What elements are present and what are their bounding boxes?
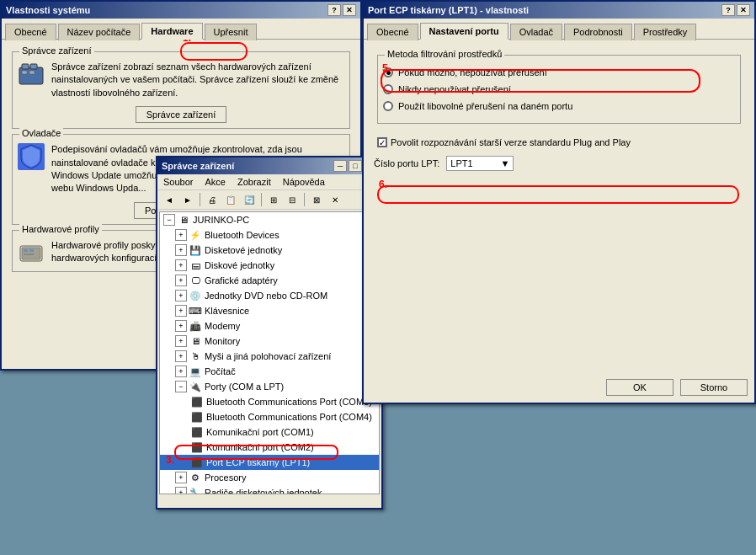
tree-item-modem[interactable]: + 📠 Modemy (160, 318, 379, 334)
menu-zobrazit[interactable]: Zobrazit (235, 176, 274, 188)
expander-root[interactable]: − (163, 214, 175, 226)
radio-item-1[interactable]: Pokud možno, nepoužívat přerušení (383, 67, 735, 77)
toolbar-print[interactable]: 🖨 (204, 192, 221, 207)
tree-item-ports[interactable]: − 🔌 Porty (COM a LPT) (160, 379, 379, 394)
sys-props-help-btn[interactable]: ? (327, 4, 341, 16)
tree-item-com1[interactable]: ⬛ Komunikační port (COM1) (160, 424, 379, 440)
radio-pokud[interactable] (383, 67, 393, 77)
menu-napoveda[interactable]: Nápověda (280, 176, 327, 188)
hw-profiles-label: Hardwarové profily (19, 224, 102, 234)
dev-mgr-maximize-btn[interactable]: □ (349, 160, 362, 172)
tree-label-lpt1: Port ECP tiskárny (LPT1) (206, 457, 310, 467)
disk-icon: 🖴 (189, 259, 202, 272)
sys-props-title: Vlastnosti systému (6, 5, 90, 15)
tab-upraesnit[interactable]: Upřesnit (205, 24, 258, 40)
port-tab-podrobnosti[interactable]: Podrobnosti (564, 24, 632, 40)
lpt-value: LPT1 (450, 158, 472, 168)
tree-item-keyboard[interactable]: + ⌨ Klávesnice (160, 303, 379, 318)
toolbar-hw3[interactable]: ⊠ (308, 192, 325, 207)
tree-label-com4: Bluetooth Communications Port (COM4) (206, 412, 372, 422)
radio-nikdy[interactable] (383, 84, 393, 94)
port-tab-nastaveni[interactable]: Nastavení portu (420, 23, 508, 40)
expander-disk[interactable]: + (175, 259, 187, 271)
tree-item-monitor[interactable]: + 🖥 Monitory (160, 334, 379, 349)
expander-mouse[interactable]: + (175, 350, 187, 362)
expander-display[interactable]: + (175, 275, 187, 286)
tree-label-ports: Porty (COM a LPT) (205, 382, 284, 392)
toolbar-sep-3 (304, 193, 305, 206)
tree-label-bluetooth: Bluetooth Devices (205, 230, 280, 240)
radio-label-3: Použít libovolné přerušení na daném port… (398, 101, 572, 111)
expander-pc[interactable]: + (175, 366, 187, 377)
port-tab-prostredky[interactable]: Prostředky (634, 24, 697, 40)
tab-hardware[interactable]: Hardware (141, 23, 202, 40)
tree-label-mouse: Myši a jiná polohovací zařízení (205, 351, 331, 361)
tree-item-com2[interactable]: ⬛ Komunikační port (COM2) (160, 440, 379, 455)
tree-item-pc[interactable]: + 💻 Počítač (160, 364, 379, 379)
tree-item-disk[interactable]: + 🖴 Diskové jednotky (160, 258, 379, 273)
hw-profiles-icon (18, 239, 45, 266)
tab-obcne[interactable]: Obecné (5, 24, 56, 40)
ovladace-label: Ovladače (19, 128, 63, 138)
port-ecp-help-btn[interactable]: ? (721, 4, 735, 16)
expander-monitor[interactable]: + (175, 335, 187, 347)
expander-bluetooth[interactable]: + (175, 229, 187, 241)
tree-item-dvd[interactable]: + 💿 Jednotky DVD nebo CD-ROM (160, 288, 379, 303)
toolbar-back[interactable]: ◄ (161, 192, 178, 207)
sys-props-close-btn[interactable]: ✕ (343, 4, 356, 16)
expander-ports[interactable]: − (175, 381, 187, 392)
ok-button[interactable]: OK (606, 379, 673, 396)
cancel-button[interactable]: Storno (680, 379, 748, 396)
toolbar-hw2[interactable]: ⊟ (284, 192, 301, 207)
port-tab-ovladac[interactable]: Ovladač (510, 24, 562, 40)
floppy-icon: 💾 (189, 243, 202, 257)
tree-item-lpt1[interactable]: ⬛ Port ECP tiskárny (LPT1) (160, 455, 379, 470)
toolbar-props[interactable]: 📋 (222, 192, 239, 207)
dropdown-arrow-icon: ▼ (500, 158, 509, 168)
spravce-button[interactable]: Správce zařízení (136, 106, 227, 123)
tree-item-com4[interactable]: ⬛ Bluetooth Communications Port (COM4) (160, 409, 379, 424)
tree-item-mouse[interactable]: + 🖱 Myši a jiná polohovací zařízení (160, 349, 379, 364)
tree-item-display[interactable]: + 🖵 Grafické adaptéry (160, 273, 379, 288)
device-tree[interactable]: − 🖥 JURINKO-PC + ⚡ Bluetooth Devices + 💾… (159, 211, 380, 494)
lpt-label: Číslo portu LPT: (374, 158, 439, 168)
checkbox-row[interactable]: ✓ Povolit rozpoznávání starší verze stan… (377, 137, 744, 147)
expander-dvd[interactable]: + (175, 290, 187, 302)
computer-icon: 🖥 (177, 213, 190, 227)
lpt-select[interactable]: LPT1 ▼ (446, 156, 514, 171)
expander-cpu[interactable]: + (175, 472, 187, 483)
toolbar-forward[interactable]: ► (179, 192, 196, 207)
tree-item-cpu[interactable]: + ⚙ Procesory (160, 470, 379, 485)
port-ecp-close-btn[interactable]: ✕ (737, 4, 750, 16)
tab-nazev[interactable]: Název počítače (58, 24, 141, 40)
radio-item-3[interactable]: Použít libovolné přerušení na daném port… (383, 101, 735, 111)
expander-fdc[interactable]: + (175, 487, 187, 494)
menu-akce[interactable]: Akce (202, 176, 227, 188)
tree-item-fdc[interactable]: + 🔧 Radiče disketových jednotek (160, 485, 379, 494)
toolbar-update[interactable]: 🔄 (241, 192, 258, 207)
checkbox-pnp[interactable]: ✓ (377, 137, 387, 147)
tree-item-floppy[interactable]: + 💾 Disketové jednotky (160, 243, 379, 258)
toolbar-hw1[interactable]: ⊞ (265, 192, 282, 207)
tree-item-com3[interactable]: ⬛ Bluetooth Communications Port (COM3) (160, 394, 379, 409)
dev-mgr-menubar: Soubor Akce Zobrazit Nápověda (157, 174, 381, 190)
hardware-icon (18, 239, 45, 266)
expander-floppy[interactable]: + (175, 244, 187, 256)
port-tab-obecne[interactable]: Obecné (367, 24, 418, 40)
tree-item-bluetooth[interactable]: + ⚡ Bluetooth Devices (160, 227, 379, 243)
expander-keyboard[interactable]: + (175, 305, 187, 317)
dev-mgr-minimize-btn[interactable]: ─ (333, 160, 347, 172)
radio-pouzit[interactable] (383, 101, 393, 111)
svg-rect-3 (22, 71, 27, 74)
sys-props-titlebar: Vlastnosti systému ? ✕ (2, 2, 360, 19)
port-ecp-title: Port ECP tiskárny (LPT1) - vlastnosti (368, 5, 529, 15)
tree-label-disk: Diskové jednotky (205, 260, 274, 270)
tree-item-root[interactable]: − 🖥 JURINKO-PC (160, 212, 379, 227)
tree-label-com3: Bluetooth Communications Port (COM3) (206, 397, 372, 407)
radio-item-2[interactable]: Nikdy nepoužívat přerušení (383, 84, 735, 94)
menu-soubor[interactable]: Soubor (161, 176, 195, 188)
com3-icon: ⬛ (190, 395, 204, 408)
tree-label-display: Grafické adaptéry (205, 275, 278, 286)
toolbar-hw4[interactable]: ✕ (327, 192, 343, 207)
expander-modem[interactable]: + (175, 320, 187, 332)
